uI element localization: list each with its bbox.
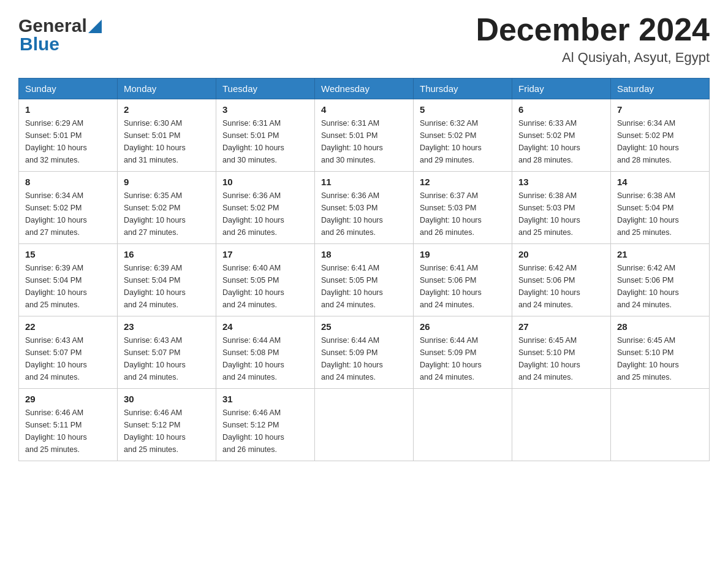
day-number: 8 [25, 177, 111, 187]
day-info: Sunrise: 6:29 AM Sunset: 5:01 PM Dayligh… [25, 117, 111, 166]
calendar-day-cell: 15Sunrise: 6:39 AM Sunset: 5:04 PM Dayli… [19, 244, 118, 316]
location-text: Al Qusiyah, Asyut, Egypt [476, 50, 710, 66]
calendar-day-cell: 1Sunrise: 6:29 AM Sunset: 5:01 PM Daylig… [19, 99, 118, 172]
calendar-day-cell: 26Sunrise: 6:44 AM Sunset: 5:09 PM Dayli… [414, 316, 512, 389]
calendar-day-cell: 22Sunrise: 6:43 AM Sunset: 5:07 PM Dayli… [19, 316, 118, 389]
day-info: Sunrise: 6:43 AM Sunset: 5:07 PM Dayligh… [25, 334, 111, 383]
calendar-day-cell: 28Sunrise: 6:45 AM Sunset: 5:10 PM Dayli… [611, 316, 710, 389]
calendar-day-cell: 14Sunrise: 6:38 AM Sunset: 5:04 PM Dayli… [611, 172, 710, 244]
day-number: 2 [124, 104, 210, 115]
day-info: Sunrise: 6:46 AM Sunset: 5:11 PM Dayligh… [25, 407, 111, 456]
weekday-header-sunday: Sunday [19, 79, 118, 99]
day-info: Sunrise: 6:38 AM Sunset: 5:04 PM Dayligh… [617, 190, 703, 239]
day-number: 28 [617, 321, 703, 332]
calendar-day-cell: 12Sunrise: 6:37 AM Sunset: 5:03 PM Dayli… [414, 172, 512, 244]
day-number: 16 [124, 249, 210, 259]
day-info: Sunrise: 6:34 AM Sunset: 5:02 PM Dayligh… [617, 117, 703, 166]
weekday-header-saturday: Saturday [611, 79, 710, 99]
calendar-day-cell: 6Sunrise: 6:33 AM Sunset: 5:02 PM Daylig… [512, 99, 611, 172]
day-info: Sunrise: 6:39 AM Sunset: 5:04 PM Dayligh… [25, 262, 111, 311]
day-number: 21 [617, 249, 703, 259]
day-info: Sunrise: 6:36 AM Sunset: 5:03 PM Dayligh… [321, 190, 407, 239]
calendar-day-cell: 13Sunrise: 6:38 AM Sunset: 5:03 PM Dayli… [512, 172, 611, 244]
day-number: 11 [321, 177, 407, 187]
calendar-day-cell: 8Sunrise: 6:34 AM Sunset: 5:02 PM Daylig… [19, 172, 118, 244]
calendar-day-cell: 29Sunrise: 6:46 AM Sunset: 5:11 PM Dayli… [19, 389, 118, 461]
day-info: Sunrise: 6:40 AM Sunset: 5:05 PM Dayligh… [222, 262, 308, 311]
calendar-day-cell: 20Sunrise: 6:42 AM Sunset: 5:06 PM Dayli… [512, 244, 611, 316]
calendar-day-cell: 23Sunrise: 6:43 AM Sunset: 5:07 PM Dayli… [118, 316, 216, 389]
calendar-day-cell: 31Sunrise: 6:46 AM Sunset: 5:12 PM Dayli… [216, 389, 315, 461]
day-info: Sunrise: 6:32 AM Sunset: 5:02 PM Dayligh… [420, 117, 506, 166]
empty-cell [512, 389, 611, 461]
day-info: Sunrise: 6:42 AM Sunset: 5:06 PM Dayligh… [518, 262, 604, 311]
page-header: General Blue December 2024 Al Qusiyah, A… [18, 12, 710, 66]
calendar-day-cell: 25Sunrise: 6:44 AM Sunset: 5:09 PM Dayli… [315, 316, 414, 389]
calendar-week-row: 29Sunrise: 6:46 AM Sunset: 5:11 PM Dayli… [19, 389, 710, 461]
day-number: 22 [25, 321, 111, 332]
logo: General Blue [18, 12, 102, 55]
day-number: 27 [518, 321, 604, 332]
day-info: Sunrise: 6:36 AM Sunset: 5:02 PM Dayligh… [222, 190, 308, 239]
calendar-day-cell: 18Sunrise: 6:41 AM Sunset: 5:05 PM Dayli… [315, 244, 414, 316]
weekday-header-friday: Friday [512, 79, 611, 99]
day-number: 20 [518, 249, 604, 259]
calendar-day-cell: 24Sunrise: 6:44 AM Sunset: 5:08 PM Dayli… [216, 316, 315, 389]
day-number: 4 [321, 104, 407, 115]
day-info: Sunrise: 6:38 AM Sunset: 5:03 PM Dayligh… [518, 190, 604, 239]
calendar-week-row: 1Sunrise: 6:29 AM Sunset: 5:01 PM Daylig… [19, 99, 710, 172]
day-number: 25 [321, 321, 407, 332]
calendar-day-cell: 2Sunrise: 6:30 AM Sunset: 5:01 PM Daylig… [118, 99, 216, 172]
day-number: 10 [222, 177, 308, 187]
day-number: 31 [222, 394, 308, 404]
calendar-day-cell: 10Sunrise: 6:36 AM Sunset: 5:02 PM Dayli… [216, 172, 315, 244]
calendar-day-cell: 19Sunrise: 6:41 AM Sunset: 5:06 PM Dayli… [414, 244, 512, 316]
day-number: 6 [518, 104, 604, 115]
calendar-week-row: 8Sunrise: 6:34 AM Sunset: 5:02 PM Daylig… [19, 172, 710, 244]
calendar-day-cell: 21Sunrise: 6:42 AM Sunset: 5:06 PM Dayli… [611, 244, 710, 316]
day-number: 19 [420, 249, 506, 259]
logo-blue-text: Blue [20, 34, 59, 55]
day-number: 14 [617, 177, 703, 187]
logo-triangle-icon [88, 20, 102, 33]
day-info: Sunrise: 6:33 AM Sunset: 5:02 PM Dayligh… [518, 117, 604, 166]
day-number: 29 [25, 394, 111, 404]
day-info: Sunrise: 6:45 AM Sunset: 5:10 PM Dayligh… [617, 334, 703, 383]
empty-cell [611, 389, 710, 461]
day-number: 15 [25, 249, 111, 259]
day-info: Sunrise: 6:35 AM Sunset: 5:02 PM Dayligh… [124, 190, 210, 239]
day-number: 24 [222, 321, 308, 332]
day-info: Sunrise: 6:31 AM Sunset: 5:01 PM Dayligh… [321, 117, 407, 166]
weekday-header-thursday: Thursday [414, 79, 512, 99]
calendar-day-cell: 11Sunrise: 6:36 AM Sunset: 5:03 PM Dayli… [315, 172, 414, 244]
day-info: Sunrise: 6:43 AM Sunset: 5:07 PM Dayligh… [124, 334, 210, 383]
day-number: 3 [222, 104, 308, 115]
calendar-week-row: 15Sunrise: 6:39 AM Sunset: 5:04 PM Dayli… [19, 244, 710, 316]
title-area: December 2024 Al Qusiyah, Asyut, Egypt [476, 12, 710, 66]
day-info: Sunrise: 6:44 AM Sunset: 5:08 PM Dayligh… [222, 334, 308, 383]
calendar-day-cell: 3Sunrise: 6:31 AM Sunset: 5:01 PM Daylig… [216, 99, 315, 172]
day-info: Sunrise: 6:34 AM Sunset: 5:02 PM Dayligh… [25, 190, 111, 239]
day-info: Sunrise: 6:41 AM Sunset: 5:06 PM Dayligh… [420, 262, 506, 311]
day-number: 30 [124, 394, 210, 404]
day-number: 26 [420, 321, 506, 332]
day-info: Sunrise: 6:39 AM Sunset: 5:04 PM Dayligh… [124, 262, 210, 311]
weekday-header-tuesday: Tuesday [216, 79, 315, 99]
day-info: Sunrise: 6:30 AM Sunset: 5:01 PM Dayligh… [124, 117, 210, 166]
day-info: Sunrise: 6:44 AM Sunset: 5:09 PM Dayligh… [321, 334, 407, 383]
calendar-header-row: SundayMondayTuesdayWednesdayThursdayFrid… [19, 79, 710, 99]
day-info: Sunrise: 6:46 AM Sunset: 5:12 PM Dayligh… [124, 407, 210, 456]
calendar-week-row: 22Sunrise: 6:43 AM Sunset: 5:07 PM Dayli… [19, 316, 710, 389]
calendar-table: SundayMondayTuesdayWednesdayThursdayFrid… [18, 78, 710, 461]
day-number: 13 [518, 177, 604, 187]
day-info: Sunrise: 6:46 AM Sunset: 5:12 PM Dayligh… [222, 407, 308, 456]
day-number: 23 [124, 321, 210, 332]
day-info: Sunrise: 6:31 AM Sunset: 5:01 PM Dayligh… [222, 117, 308, 166]
calendar-day-cell: 27Sunrise: 6:45 AM Sunset: 5:10 PM Dayli… [512, 316, 611, 389]
calendar-day-cell: 7Sunrise: 6:34 AM Sunset: 5:02 PM Daylig… [611, 99, 710, 172]
day-number: 9 [124, 177, 210, 187]
calendar-day-cell: 4Sunrise: 6:31 AM Sunset: 5:01 PM Daylig… [315, 99, 414, 172]
day-info: Sunrise: 6:45 AM Sunset: 5:10 PM Dayligh… [518, 334, 604, 383]
calendar-day-cell: 5Sunrise: 6:32 AM Sunset: 5:02 PM Daylig… [414, 99, 512, 172]
calendar-day-cell: 30Sunrise: 6:46 AM Sunset: 5:12 PM Dayli… [118, 389, 216, 461]
